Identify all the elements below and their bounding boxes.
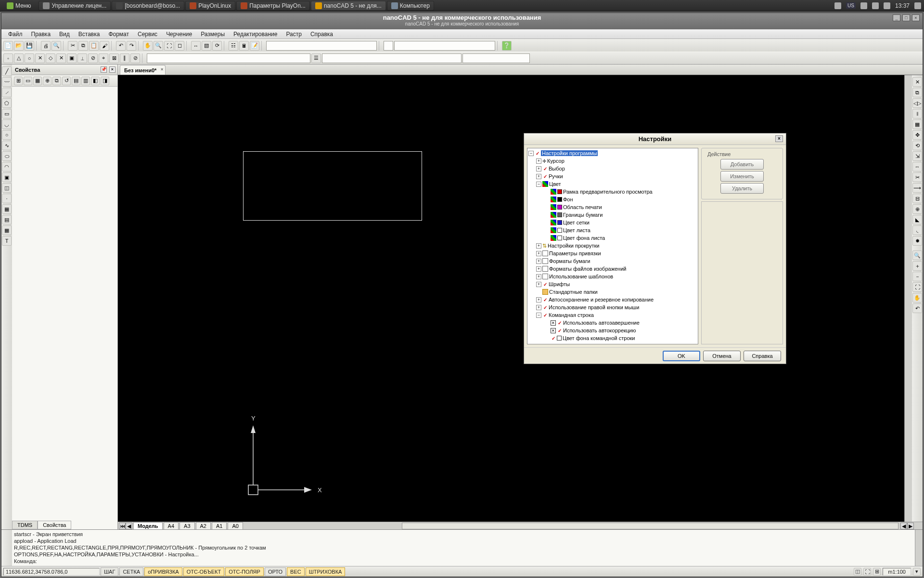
tree-node[interactable]: Рамка предварительного просмотра — [563, 189, 653, 195]
tree-expander-icon[interactable]: + — [536, 243, 541, 249]
fillet-icon[interactable]: ◟ — [912, 225, 922, 235]
network-icon[interactable] — [860, 2, 867, 9]
trim-icon[interactable]: ✂ — [912, 172, 922, 182]
snap-quad-icon[interactable]: ◇ — [46, 53, 55, 63]
zoom-window2-icon[interactable]: 🔍 — [912, 250, 922, 260]
menu-item[interactable]: Справка — [307, 30, 337, 39]
preview-icon[interactable]: 🔍 — [51, 41, 61, 51]
status-hatch[interactable]: ШТРИХОВКА — [306, 567, 346, 576]
zoom-all-icon[interactable]: ⛶ — [912, 282, 922, 292]
tree-node[interactable]: Цвет листа — [563, 227, 590, 233]
tree-expander-icon[interactable]: + — [536, 251, 541, 256]
keyboard-layout[interactable]: US — [846, 2, 856, 9]
prop-tool-icon[interactable]: ⊞ — [14, 77, 23, 85]
rectangle-icon[interactable]: ▭ — [2, 109, 12, 118]
zoom-in-icon[interactable]: ＋ — [912, 261, 922, 271]
regen-icon[interactable]: ⟳ — [212, 41, 222, 51]
tree-node[interactable]: Выбор — [549, 166, 565, 171]
copy-icon[interactable]: ⧉ — [78, 41, 88, 51]
titlebar[interactable]: nanoCAD 5 - не для коммерческого использ… — [1, 13, 923, 29]
command-output[interactable]: startscr - Экран приветствия appload - A… — [12, 530, 915, 566]
explode-icon[interactable]: ✸ — [912, 236, 922, 246]
copy-obj-icon[interactable]: ⧉ — [912, 88, 922, 97]
extend-icon[interactable]: ⟶ — [912, 183, 922, 193]
checkbox[interactable]: ✕ — [551, 328, 556, 333]
volume-icon[interactable] — [872, 2, 879, 9]
task-item[interactable]: nanoCAD 5 - не для... — [311, 1, 386, 11]
color-swatch[interactable] — [557, 189, 562, 194]
point-icon[interactable]: · — [2, 194, 12, 203]
user-icon[interactable] — [834, 2, 841, 9]
snap-end-icon[interactable]: ◦ — [3, 53, 13, 63]
tree-node[interactable]: Цвет сетки — [563, 220, 590, 225]
menu-item[interactable]: Размеры — [197, 30, 229, 39]
pin-icon[interactable]: 📌 — [101, 66, 107, 73]
help-icon[interactable]: ❔ — [502, 41, 512, 51]
cut-icon[interactable]: ✂ — [68, 41, 77, 51]
tree-node[interactable]: Цвет фона командной строки — [563, 335, 635, 341]
linetype-combo[interactable] — [394, 41, 495, 51]
polygon-icon[interactable]: ⬠ — [2, 98, 12, 108]
tree-node[interactable]: Использовать автозавершение — [563, 320, 640, 326]
tree-node[interactable]: Форматы бумаги — [549, 258, 590, 264]
tree-expander-icon[interactable]: + — [536, 174, 541, 179]
color-swatch[interactable] — [557, 336, 562, 341]
match-icon[interactable]: 🖌 — [100, 41, 109, 51]
chamfer-icon[interactable]: ◣ — [912, 215, 922, 224]
snap-app-icon[interactable]: ⊠ — [109, 53, 119, 63]
status-icon[interactable]: ⛶ — [863, 568, 871, 576]
cancel-button[interactable]: Отмена — [703, 351, 741, 361]
zoom-icon[interactable]: 🔍 — [154, 41, 163, 51]
offset-icon[interactable]: ⫴ — [912, 109, 922, 118]
move-icon[interactable]: ✥ — [912, 130, 922, 140]
task-item[interactable]: Параметры PlayOn... — [236, 1, 310, 11]
status-grid[interactable]: СЕТКА — [119, 567, 143, 576]
task-item[interactable]: Управление лицен... — [38, 1, 111, 11]
mtext-icon[interactable]: T — [2, 236, 12, 246]
add-button[interactable]: Добавить — [720, 159, 764, 170]
status-icon[interactable]: ▾ — [913, 568, 921, 576]
dock-tab-properties[interactable]: Свойства — [38, 521, 71, 529]
sheet-tab-model[interactable]: Модель — [133, 522, 163, 530]
undo-icon[interactable]: ↶ — [116, 41, 126, 51]
tree-node[interactable]: Цвет — [549, 181, 561, 187]
delete-button[interactable]: Удалить — [720, 183, 764, 194]
xline-icon[interactable]: ⟋ — [2, 88, 12, 97]
tree-expander-icon[interactable]: + — [536, 158, 541, 164]
color-swatch[interactable] — [557, 236, 562, 240]
tree-node[interactable]: Границы бумаги — [563, 212, 603, 218]
sheet-tab[interactable]: A4 — [164, 522, 179, 530]
tree-node[interactable]: Стандартные папки — [549, 289, 598, 295]
annotation-scale[interactable]: m1:100 — [883, 568, 911, 576]
layer-mgr-icon[interactable]: ☰ — [311, 53, 321, 63]
tree-node[interactable]: Область печати — [563, 204, 602, 210]
line-icon[interactable]: ╱ — [2, 66, 12, 76]
color-swatch[interactable] — [557, 228, 562, 233]
spline-icon[interactable]: ∿ — [2, 141, 12, 150]
tree-expander-icon[interactable]: + — [536, 282, 541, 287]
block-icon[interactable]: ◫ — [2, 183, 12, 193]
rotate-icon[interactable]: ⟲ — [912, 141, 922, 150]
break-icon[interactable]: ⊟ — [912, 194, 922, 203]
color-swatch[interactable] — [557, 220, 562, 225]
status-osnap[interactable]: оПРИВЯЗКА — [144, 567, 182, 576]
tree-node[interactable]: Ручки — [549, 173, 563, 179]
array-icon[interactable]: ▦ — [912, 119, 922, 129]
vertical-scrollbar[interactable] — [904, 75, 912, 522]
zoom-window-icon[interactable]: ◻ — [175, 41, 184, 51]
pan2-icon[interactable]: ✋ — [912, 293, 922, 302]
tree-node[interactable]: Шрифты — [549, 281, 570, 287]
menu-item[interactable]: Сервис — [134, 30, 161, 39]
snap-mid-icon[interactable]: △ — [14, 53, 24, 63]
ok-button[interactable]: OK — [663, 351, 700, 361]
snap-perp-icon[interactable]: ⟂ — [77, 53, 87, 63]
properties-icon[interactable]: ☷ — [229, 41, 238, 51]
zoom-out-icon[interactable]: － — [912, 272, 922, 281]
status-icon[interactable]: ◫ — [854, 568, 861, 576]
tree-expander-icon[interactable]: − — [536, 313, 541, 318]
snap-ins-icon[interactable]: ▣ — [67, 53, 77, 63]
menu-item[interactable]: Растр — [282, 30, 305, 39]
horizontal-scrollbar[interactable] — [402, 523, 898, 529]
tree-expander-icon[interactable]: − — [536, 182, 541, 187]
tree-expander-icon[interactable]: + — [536, 305, 541, 310]
